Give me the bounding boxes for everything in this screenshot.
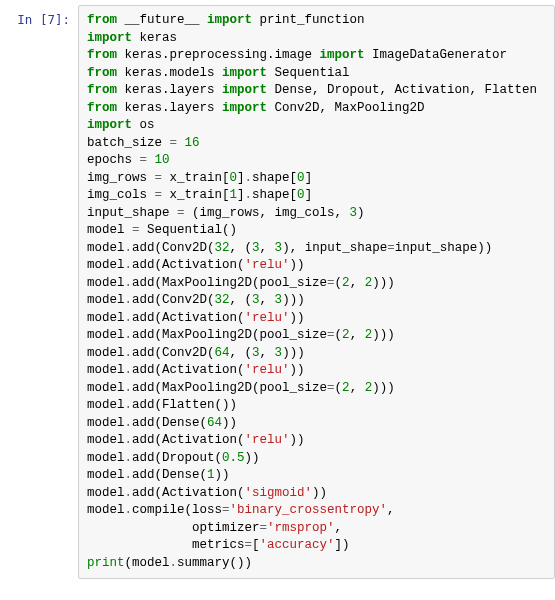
code-line: model.add(MaxPooling2D(pool_size=(2, 2))… <box>87 327 546 345</box>
code-line: model.add(MaxPooling2D(pool_size=(2, 2))… <box>87 275 546 293</box>
code-line: from keras.models import Sequential <box>87 65 546 83</box>
code-line: import keras <box>87 30 546 48</box>
code-line: model.add(Activation('sigmoid')) <box>87 485 546 503</box>
code-line: img_cols = x_train[1].shape[0] <box>87 187 546 205</box>
code-line: model.add(Flatten()) <box>87 397 546 415</box>
code-line: batch_size = 16 <box>87 135 546 153</box>
code-line: epochs = 10 <box>87 152 546 170</box>
code-line: model.add(MaxPooling2D(pool_size=(2, 2))… <box>87 380 546 398</box>
jupyter-code-cell: In [7]: from __future__ import print_fun… <box>0 0 555 584</box>
code-line: model.compile(loss='binary_crossentropy'… <box>87 502 546 520</box>
code-line: model.add(Activation('relu')) <box>87 257 546 275</box>
code-line: model.add(Dropout(0.5)) <box>87 450 546 468</box>
code-line: from __future__ import print_function <box>87 12 546 30</box>
code-line: model.add(Activation('relu')) <box>87 432 546 450</box>
code-editor[interactable]: from __future__ import print_functionimp… <box>78 5 555 579</box>
code-line: from keras.layers import Dense, Dropout,… <box>87 82 546 100</box>
code-line: model.add(Activation('relu')) <box>87 310 546 328</box>
code-line: input_shape = (img_rows, img_cols, 3) <box>87 205 546 223</box>
code-line: model.add(Dense(64)) <box>87 415 546 433</box>
code-line: from keras.layers import Conv2D, MaxPool… <box>87 100 546 118</box>
code-line: optimizer='rmsprop', <box>87 520 546 538</box>
code-line: metrics=['accuracy']) <box>87 537 546 555</box>
code-line: model.add(Conv2D(32, (3, 3), input_shape… <box>87 240 546 258</box>
code-line: model.add(Conv2D(32, (3, 3))) <box>87 292 546 310</box>
code-line: model = Sequential() <box>87 222 546 240</box>
cell-prompt: In [7]: <box>0 5 78 579</box>
code-line: model.add(Conv2D(64, (3, 3))) <box>87 345 546 363</box>
code-line: import os <box>87 117 546 135</box>
code-line: model.add(Activation('relu')) <box>87 362 546 380</box>
code-line: print(model.summary()) <box>87 555 546 573</box>
code-line: img_rows = x_train[0].shape[0] <box>87 170 546 188</box>
code-line: from keras.preprocessing.image import Im… <box>87 47 546 65</box>
code-line: model.add(Dense(1)) <box>87 467 546 485</box>
